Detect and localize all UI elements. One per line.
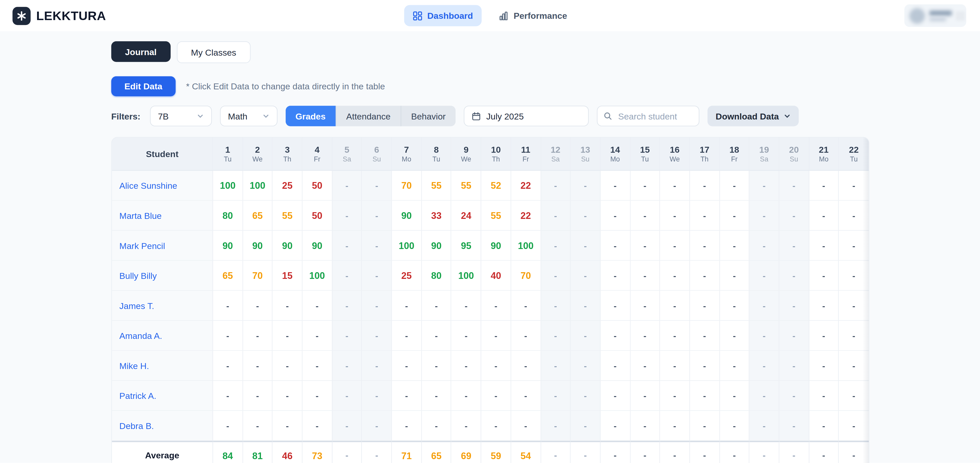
day-of-week: Sa bbox=[551, 155, 560, 163]
day-column-header: 8Tu bbox=[422, 137, 452, 171]
student-cell: James T. bbox=[112, 291, 213, 321]
grade-cell: - bbox=[660, 231, 690, 261]
grade-cell: - bbox=[750, 261, 780, 291]
day-of-week: We bbox=[253, 155, 263, 163]
student-link[interactable]: Mark Pencil bbox=[119, 241, 165, 251]
day-of-week: Tu bbox=[850, 155, 858, 163]
student-link[interactable]: Mike H. bbox=[119, 361, 149, 370]
user-profile-chip[interactable] bbox=[904, 4, 966, 27]
segment-behavior[interactable]: Behavior bbox=[401, 105, 455, 126]
grade-cell: - bbox=[660, 321, 690, 351]
day-of-week: Tu bbox=[641, 155, 649, 163]
student-cell: Alice Sunshine bbox=[112, 171, 213, 201]
student-link[interactable]: Amanda A. bbox=[119, 330, 162, 340]
search-input[interactable] bbox=[617, 110, 693, 122]
class-select[interactable]: 7B bbox=[150, 105, 212, 126]
grade-cell: - bbox=[541, 261, 571, 291]
month-picker-value: July 2025 bbox=[487, 111, 524, 121]
grade-cell: 55 bbox=[481, 201, 511, 231]
grade-cell: - bbox=[452, 381, 482, 411]
nav-item-dashboard[interactable]: Dashboard bbox=[404, 5, 482, 26]
student-link[interactable]: Marta Blue bbox=[119, 211, 162, 220]
grade-cell: - bbox=[303, 291, 332, 321]
grade-cell: - bbox=[392, 411, 422, 441]
grade-cell: - bbox=[541, 351, 571, 381]
grade-cell: - bbox=[630, 201, 660, 231]
chevron-down-icon bbox=[784, 113, 791, 120]
student-cell: Debra B. bbox=[112, 411, 213, 441]
grade-cell: - bbox=[422, 411, 452, 441]
grade-cell: - bbox=[571, 351, 601, 381]
grade-cell: - bbox=[511, 321, 541, 351]
edit-data-button[interactable]: Edit Data bbox=[111, 76, 175, 96]
download-data-button[interactable]: Download Data bbox=[708, 105, 799, 126]
grade-cell: - bbox=[779, 261, 809, 291]
grade-cell: - bbox=[362, 351, 392, 381]
day-column-header: 10Th bbox=[481, 137, 511, 171]
grade-cell: - bbox=[750, 171, 780, 201]
average-cell: - bbox=[601, 441, 630, 463]
student-link[interactable]: Patrick A. bbox=[119, 391, 156, 401]
grade-cell: - bbox=[303, 411, 332, 441]
grade-cell: 55 bbox=[273, 201, 303, 231]
grade-cell: - bbox=[660, 411, 690, 441]
average-cell: 59 bbox=[481, 441, 511, 463]
day-of-week: Mo bbox=[402, 155, 411, 163]
grade-cell: - bbox=[809, 261, 839, 291]
nav-item-performance[interactable]: Performance bbox=[490, 5, 576, 26]
day-number: 2 bbox=[255, 145, 260, 154]
day-column-header: 16We bbox=[660, 137, 690, 171]
segment-grades[interactable]: Grades bbox=[285, 105, 336, 126]
view-segmented-control: Grades Attendance Behavior bbox=[285, 105, 455, 126]
student-link[interactable]: Bully Billy bbox=[119, 270, 157, 280]
student-link[interactable]: James T. bbox=[119, 300, 154, 311]
grade-cell: - bbox=[690, 231, 720, 261]
day-column-header: 14Mo bbox=[601, 137, 630, 171]
subject-select[interactable]: Math bbox=[220, 105, 277, 126]
average-cell: 54 bbox=[511, 441, 541, 463]
grade-cell: 24 bbox=[452, 201, 482, 231]
grade-cell: 100 bbox=[303, 261, 332, 291]
grade-cell: - bbox=[541, 291, 571, 321]
day-of-week: Th bbox=[283, 155, 291, 163]
day-number: 5 bbox=[345, 145, 350, 154]
day-of-week: Fr bbox=[731, 155, 738, 163]
grade-cell: - bbox=[630, 381, 660, 411]
journal-table: Student1Tu2We3Th4Fr5Sa6Su7Mo8Tu9We10Th11… bbox=[111, 137, 869, 463]
day-of-week: Su bbox=[372, 155, 381, 163]
grade-cell: - bbox=[571, 171, 601, 201]
grade-cell: 80 bbox=[213, 201, 243, 231]
grade-cell: 100 bbox=[213, 171, 243, 201]
student-link[interactable]: Alice Sunshine bbox=[119, 180, 177, 190]
average-cell: - bbox=[720, 441, 750, 463]
day-number: 19 bbox=[759, 145, 769, 154]
grade-cell: 90 bbox=[422, 231, 452, 261]
asterisk-logo-icon bbox=[13, 6, 30, 24]
grade-cell: - bbox=[839, 231, 869, 261]
day-of-week: Su bbox=[581, 155, 590, 163]
grade-cell: - bbox=[720, 351, 750, 381]
nav-item-label: Dashboard bbox=[427, 11, 473, 21]
tab-journal[interactable]: Journal bbox=[111, 41, 170, 62]
day-of-week: We bbox=[461, 155, 471, 163]
grade-cell: - bbox=[571, 321, 601, 351]
grade-cell: - bbox=[392, 291, 422, 321]
grade-cell: - bbox=[809, 201, 839, 231]
average-cell: - bbox=[690, 441, 720, 463]
tab-my-classes[interactable]: My Classes bbox=[177, 41, 250, 63]
grade-cell: - bbox=[392, 381, 422, 411]
month-picker[interactable]: July 2025 bbox=[464, 105, 589, 126]
grade-cell: - bbox=[362, 291, 392, 321]
grade-cell: - bbox=[630, 231, 660, 261]
grade-cell: - bbox=[720, 381, 750, 411]
grade-cell: - bbox=[660, 381, 690, 411]
day-of-week: Mo bbox=[819, 155, 829, 163]
average-cell: - bbox=[541, 441, 571, 463]
student-column-header-label: Student bbox=[146, 149, 178, 159]
grade-cell: - bbox=[779, 411, 809, 441]
day-number: 13 bbox=[580, 145, 590, 154]
grade-cell: 100 bbox=[452, 261, 482, 291]
segment-attendance[interactable]: Attendance bbox=[336, 105, 401, 126]
grade-cell: - bbox=[571, 381, 601, 411]
student-link[interactable]: Debra B. bbox=[119, 420, 154, 431]
